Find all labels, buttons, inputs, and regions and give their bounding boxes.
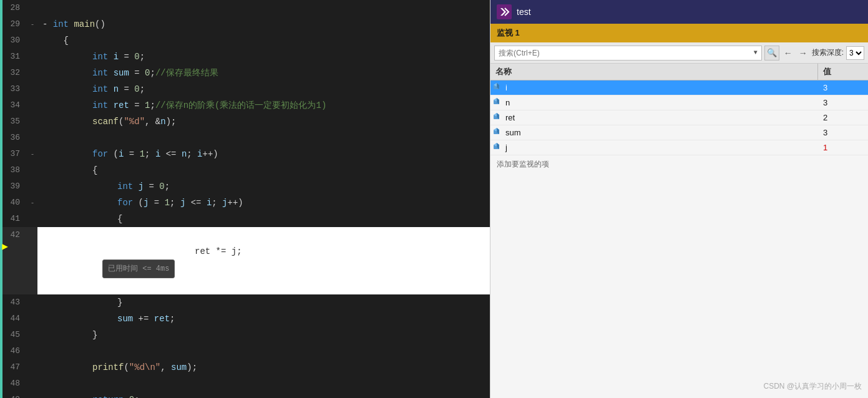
search-execute-button[interactable]: 🔍 <box>764 46 779 61</box>
table-row: 34 int ret = 1;//保存n的阶乘(乘法的话一定要初始化为1) <box>0 97 490 114</box>
code-table: 28 29 - - int main() 30 { 31 <box>0 0 490 398</box>
watch-item-n[interactable]: n 3 <box>490 95 868 110</box>
watch-panel: test 监视 1 ▼ 🔍 ← → 搜索深度: 1 2 3 4 5 <box>490 0 868 398</box>
cube-icon <box>492 82 501 91</box>
watch-item-ret[interactable]: ret 2 <box>490 110 868 125</box>
watch-item-j-icon <box>490 142 503 153</box>
table-row: 35 scanf("%d", &n); <box>0 114 490 130</box>
watch-item-i[interactable]: i 3 <box>490 80 868 95</box>
watch-panel-wrapper: test 监视 1 ▼ 🔍 ← → 搜索深度: 1 2 3 4 5 <box>490 0 868 398</box>
table-row: 31 int i = 0; <box>0 49 490 65</box>
table-row: 30 { <box>0 32 490 49</box>
watch-item-ret-value: 2 <box>818 110 868 125</box>
watch-item-i-value: 3 <box>818 80 868 95</box>
watch-search-bar: ▼ 🔍 ← → 搜索深度: 1 2 3 4 5 <box>490 42 868 64</box>
watch-item-j-name: j <box>503 140 818 155</box>
table-row: 41 { <box>0 211 490 227</box>
watch-item-sum[interactable]: sum 3 <box>490 125 868 140</box>
table-row: 49 return 0; <box>0 392 490 398</box>
table-row: 42 ret *= j; 已用时间 <= 4ms <box>0 227 490 294</box>
watch-app-title: test <box>517 7 531 17</box>
table-row: 36 <box>0 130 490 146</box>
watch-header-name: 名称 <box>490 64 818 80</box>
watch-item-sum-value: 3 <box>818 125 868 140</box>
cube-icon <box>492 142 501 151</box>
watch-item-n-icon <box>490 97 503 108</box>
watch-item-j[interactable]: j 1 <box>490 140 868 155</box>
search-input[interactable] <box>499 49 754 57</box>
watch-item-i-name: i <box>503 80 818 95</box>
table-row: 44 sum += ret; <box>0 311 490 327</box>
watch-table-header: 名称 值 <box>490 64 868 80</box>
search-input-wrap[interactable]: ▼ <box>494 46 762 61</box>
watch-tab-bar[interactable]: 监视 1 <box>490 24 868 42</box>
depth-select[interactable]: 1 2 3 4 5 <box>846 46 864 60</box>
table-row: 47 printf("%d\n", sum); <box>0 359 490 376</box>
watch-table: i 3 n 3 <box>490 80 868 398</box>
cube-icon <box>492 97 501 106</box>
watch-header-value: 值 <box>818 64 868 80</box>
time-tooltip: 已用时间 <= 4ms <box>102 260 175 278</box>
add-watch-hint[interactable]: 添加要监视的项 <box>490 155 868 173</box>
csdn-watermark: CSDN @认真学习的小周一枚 <box>763 381 862 392</box>
table-row: 32 int sum = 0;//保存最终结果 <box>0 65 490 81</box>
watch-item-ret-name: ret <box>503 110 818 125</box>
search-back-button[interactable]: ← <box>782 48 794 58</box>
watch-item-j-value: 1 <box>818 140 868 155</box>
table-row: 37 - for (i = 1; i <= n; i++) <box>0 146 490 162</box>
watch-item-n-name: n <box>503 95 818 110</box>
cube-icon <box>492 127 501 136</box>
cube-icon <box>492 112 501 121</box>
table-row: 28 <box>0 0 490 16</box>
watch-item-n-value: 3 <box>818 95 868 110</box>
watch-item-sum-name: sum <box>503 125 818 140</box>
table-row: 33 int n = 0; <box>0 81 490 97</box>
search-forward-button[interactable]: → <box>797 48 809 58</box>
execution-arrow: ▶ <box>0 238 10 255</box>
vs-logo-icon <box>497 4 512 19</box>
line-number: 28 <box>2 0 27 16</box>
watch-titlebar: test <box>490 0 868 24</box>
table-row: 48 <box>0 376 490 392</box>
table-row: 45 } <box>0 327 490 343</box>
table-row: 29 - - int main() <box>0 16 490 32</box>
search-dropdown-icon[interactable]: ▼ <box>754 49 758 56</box>
table-row: 40 - for (j = 1; j <= i; j++) <box>0 195 490 211</box>
code-editor: ▶ 28 29 - - int main() <box>0 0 490 398</box>
table-row: 43 } <box>0 294 490 311</box>
watch-item-sum-icon <box>490 127 503 138</box>
table-row: 46 <box>0 343 490 359</box>
depth-label: 搜索深度: <box>812 47 844 58</box>
table-row: 38 { <box>0 162 490 178</box>
watch-tab-1[interactable]: 监视 1 <box>497 27 520 39</box>
table-row: 39 int j = 0; <box>0 178 490 195</box>
magnifier-icon: 🔍 <box>767 48 777 58</box>
watch-item-i-icon <box>490 82 503 93</box>
watch-item-ret-icon <box>490 112 503 123</box>
